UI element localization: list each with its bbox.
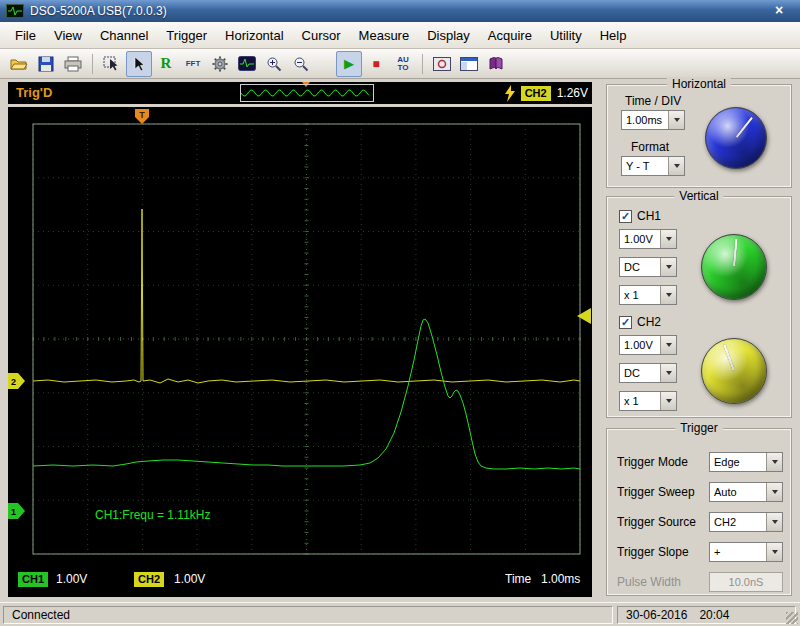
menu-measure[interactable]: Measure <box>350 22 419 48</box>
dropdown-arrow-icon[interactable] <box>660 392 676 410</box>
menu-display[interactable]: Display <box>418 22 479 48</box>
dropdown-arrow-icon[interactable] <box>660 258 676 276</box>
horizontal-knob[interactable] <box>705 107 767 169</box>
auto-button[interactable]: AU TO <box>390 51 416 77</box>
ch2-scale-select[interactable]: 1.00V <box>619 335 677 355</box>
ch1-level-marker[interactable]: 1 <box>8 503 25 519</box>
start-button[interactable]: ▶ <box>336 51 362 77</box>
fft-icon: FFT <box>186 59 201 68</box>
ch2-position-knob[interactable] <box>701 338 767 404</box>
ch1-checkbox-label: CH1 <box>637 209 661 223</box>
horizontal-group: Horizontal Time / DIV 1.00ms Format Y - … <box>606 84 792 188</box>
scope-display[interactable]: T 2 1 CH1:Frequ = 1.11kHz CH1 1.00V CH2 … <box>8 107 592 597</box>
menu-trigger[interactable]: Trigger <box>157 22 216 48</box>
ch1-coupling-value: DC <box>620 261 660 273</box>
ch1-scale-select[interactable]: 1.00V <box>619 229 677 249</box>
panels-button[interactable] <box>456 51 482 77</box>
time-div-select[interactable]: 1.00ms <box>621 110 685 130</box>
trigger-slope-select[interactable]: + <box>709 542 783 562</box>
menu-channel[interactable]: Channel <box>91 22 157 48</box>
time-div-value: 1.00ms <box>622 114 668 126</box>
help-button[interactable] <box>483 51 509 77</box>
save-button[interactable] <box>33 51 59 77</box>
close-button[interactable]: × <box>764 2 794 19</box>
ch1-probe-select[interactable]: x 1 <box>619 285 677 305</box>
status-date: 30-06-2016 <box>626 608 687 622</box>
pointer-tool-button[interactable] <box>126 51 152 77</box>
ch1-position-knob[interactable] <box>701 234 767 300</box>
dark-display-icon <box>238 56 256 71</box>
dropdown-arrow-icon[interactable] <box>668 111 684 129</box>
refresh-button[interactable]: R <box>153 51 179 77</box>
title-bar[interactable]: DSO-5200A USB(7.0.0.3) × <box>0 0 800 22</box>
menu-acquire[interactable]: Acquire <box>479 22 541 48</box>
menu-bar: File View Channel Trigger Horizontal Cur… <box>0 22 800 49</box>
zoom-in-button[interactable] <box>261 51 287 77</box>
ch1-checkbox[interactable]: ✓ CH1 <box>619 209 661 223</box>
menu-view[interactable]: View <box>45 22 91 48</box>
datetime-cell: 30-06-2016 20:04 <box>617 606 796 624</box>
scope-grid <box>33 124 580 554</box>
dropdown-arrow-icon[interactable] <box>766 453 782 471</box>
print-button[interactable] <box>60 51 86 77</box>
ch2-probe-select[interactable]: x 1 <box>619 391 677 411</box>
dropdown-arrow-icon[interactable] <box>668 157 684 175</box>
app-icon <box>6 4 24 18</box>
trigger-voltage-value: 1.26V <box>557 86 588 100</box>
t-marker-label: T <box>139 110 145 120</box>
trigger-group-title: Trigger <box>675 421 723 435</box>
dropdown-arrow-icon[interactable] <box>660 286 676 304</box>
ch2-checkbox[interactable]: ✓ CH2 <box>619 315 661 329</box>
menu-file[interactable]: File <box>6 22 45 48</box>
ch2-badge: CH2 <box>134 572 164 587</box>
connection-status-cell: Connected <box>3 606 613 624</box>
ch2-coupling-select[interactable]: DC <box>619 363 677 383</box>
ch1-scale-value: 1.00V <box>620 233 660 245</box>
ch2-level-marker[interactable]: 2 <box>8 373 25 389</box>
ch1-coupling-select[interactable]: DC <box>619 257 677 277</box>
dropdown-arrow-icon[interactable] <box>766 543 782 561</box>
open-button[interactable] <box>6 51 32 77</box>
ch2-marker-label: 2 <box>11 377 16 387</box>
ch2-scale: 1.00V <box>174 572 205 586</box>
waveform-display-button[interactable] <box>234 51 260 77</box>
trigger-sweep-select[interactable]: Auto <box>709 482 783 502</box>
dropdown-arrow-icon[interactable] <box>660 336 676 354</box>
lightning-icon <box>504 85 515 102</box>
trigger-source-select[interactable]: CH2 <box>709 512 783 532</box>
fft-button[interactable]: FFT <box>180 51 206 77</box>
checkbox-icon: ✓ <box>619 316 632 329</box>
vertical-group: Vertical ✓ CH1 1.00V DC x 1 ✓ CH2 1.00V <box>606 196 792 418</box>
trigger-level-marker[interactable] <box>577 308 591 324</box>
pointer-icon <box>133 56 145 72</box>
buffer-preview[interactable] <box>240 84 374 102</box>
dropdown-arrow-icon[interactable] <box>660 364 676 382</box>
toolbar-separator <box>422 54 423 74</box>
snapshot-button[interactable] <box>429 51 455 77</box>
time-value: 1.00ms <box>541 572 580 586</box>
menu-cursor[interactable]: Cursor <box>293 22 350 48</box>
knob-pointer <box>699 232 768 301</box>
trigger-mode-select[interactable]: Edge <box>709 452 783 472</box>
menu-horizontal[interactable]: Horizontal <box>216 22 293 48</box>
stop-button[interactable]: ■ <box>363 51 389 77</box>
dropdown-arrow-icon[interactable] <box>766 513 782 531</box>
format-label: Format <box>631 140 669 154</box>
trigger-time-marker[interactable]: T <box>135 109 149 124</box>
resize-grip[interactable] <box>786 612 798 624</box>
trigger-sweep-value: Auto <box>710 486 766 498</box>
trigger-status-strip: Trig'D CH2 1.26V <box>8 82 592 104</box>
settings-button[interactable] <box>207 51 233 77</box>
dropdown-arrow-icon[interactable] <box>766 483 782 501</box>
menu-help[interactable]: Help <box>591 22 636 48</box>
stop-icon: ■ <box>372 58 379 70</box>
format-value: Y - T <box>622 160 668 172</box>
dropdown-arrow-icon[interactable] <box>660 230 676 248</box>
zoom-out-button[interactable] <box>288 51 314 77</box>
refresh-r-icon: R <box>161 55 172 72</box>
trigger-source-badge: CH2 <box>521 86 551 101</box>
menu-utility[interactable]: Utility <box>541 22 591 48</box>
trigger-slope-label: Trigger Slope <box>617 545 689 559</box>
cursor-measure-button[interactable] <box>99 51 125 77</box>
format-select[interactable]: Y - T <box>621 156 685 176</box>
